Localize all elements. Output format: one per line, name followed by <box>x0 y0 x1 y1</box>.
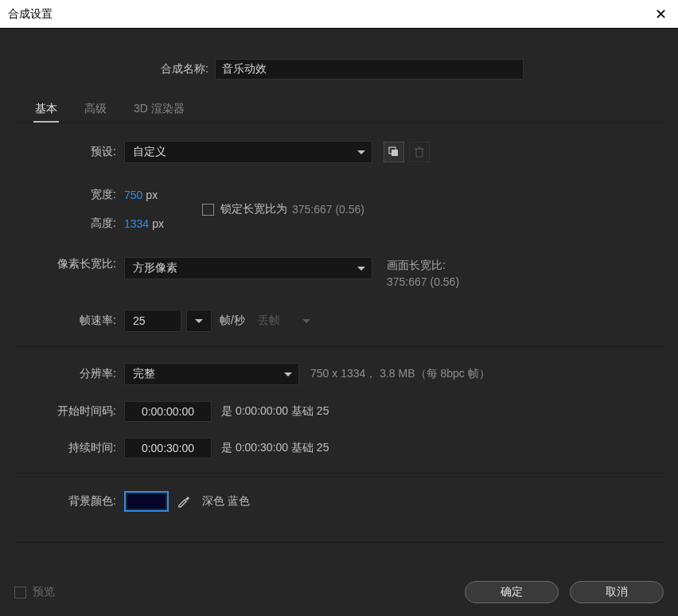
pixel-aspect-value: 方形像素 <box>133 261 177 275</box>
lock-aspect-checkbox[interactable] <box>202 204 214 216</box>
resolution-value: 完整 <box>133 367 155 381</box>
comp-name-label: 合成名称: <box>49 62 208 76</box>
frame-aspect-value: 375:667 (0.56) <box>387 274 459 290</box>
tabs: 基本 高级 3D 渲染器 <box>14 97 664 123</box>
start-timecode-info: 是 0:00:00:00 基础 25 <box>221 404 329 419</box>
frame-aspect-info: 画面长宽比: 375:667 (0.56) <box>387 257 459 290</box>
preset-select[interactable]: 自定义 <box>124 141 372 163</box>
width-unit: px <box>146 189 158 201</box>
window-title: 合成设置 <box>8 7 53 21</box>
tab-3d-renderer[interactable]: 3D 渲染器 <box>132 97 186 123</box>
lock-aspect-ratio: 375:667 (0.56) <box>292 203 364 216</box>
width-label: 宽度: <box>14 188 124 202</box>
chevron-down-icon <box>302 319 310 323</box>
preset-label: 预设: <box>14 145 124 159</box>
chevron-down-icon <box>357 150 365 154</box>
pixel-aspect-select[interactable]: 方形像素 <box>124 257 372 279</box>
preview-label: 预览 <box>33 585 55 599</box>
start-timecode-label: 开始时间码: <box>14 404 124 419</box>
start-timecode-input[interactable]: 0:00:00:00 <box>124 401 212 422</box>
lock-aspect-label: 锁定长宽比为 <box>220 202 287 216</box>
save-preset-icon <box>388 146 399 158</box>
chevron-down-icon <box>357 267 365 271</box>
height-unit: px <box>152 217 164 230</box>
height-label: 高度: <box>14 216 124 231</box>
save-preset-button[interactable] <box>384 142 404 162</box>
bg-color-label: 背景颜色: <box>14 494 124 509</box>
resolution-label: 分辨率: <box>14 367 124 381</box>
height-value[interactable]: 1334 <box>124 217 149 230</box>
divider <box>14 473 664 474</box>
divider <box>14 346 664 347</box>
close-icon[interactable]: ✕ <box>655 6 667 23</box>
preview-checkbox[interactable] <box>14 587 26 598</box>
width-value[interactable]: 750 <box>124 189 142 201</box>
comp-name-input[interactable] <box>215 59 524 80</box>
duration-info: 是 0:00:30:00 基础 25 <box>221 441 329 455</box>
trash-icon <box>415 146 424 158</box>
duration-label: 持续时间: <box>14 441 124 455</box>
delete-preset-button <box>409 142 430 162</box>
preview-toggle: 预览 <box>14 585 55 599</box>
framerate-unit: 帧/秒 <box>220 314 245 328</box>
chevron-down-icon <box>195 319 203 323</box>
svg-rect-1 <box>392 150 398 156</box>
resolution-info: 750 x 1334， 3.8 MB（每 8bpc 帧） <box>310 367 490 381</box>
framerate-dropdown[interactable] <box>186 310 212 332</box>
bg-color-name: 深色 蓝色 <box>202 494 250 509</box>
bg-color-swatch[interactable] <box>124 491 169 512</box>
dropframe-select-disabled: 丢帧 <box>258 314 310 328</box>
ok-button[interactable]: 确定 <box>465 581 559 603</box>
tab-advanced[interactable]: 高级 <box>83 97 108 123</box>
svg-rect-2 <box>416 149 423 157</box>
framerate-value[interactable]: 25 <box>124 310 181 332</box>
framerate-label: 帧速率: <box>14 314 124 328</box>
resolution-select[interactable]: 完整 <box>124 363 299 385</box>
pixel-aspect-label: 像素长宽比: <box>14 257 124 271</box>
chevron-down-icon <box>284 372 292 376</box>
titlebar: 合成设置 ✕ <box>0 0 678 29</box>
cancel-button[interactable]: 取消 <box>570 581 664 603</box>
eyedropper-icon[interactable] <box>177 493 191 510</box>
bg-color-inner <box>127 494 166 509</box>
frame-aspect-label: 画面长宽比: <box>387 257 459 274</box>
tab-basic[interactable]: 基本 <box>33 97 59 123</box>
preset-value: 自定义 <box>133 145 166 159</box>
duration-input[interactable]: 0:00:30:00 <box>124 438 212 458</box>
